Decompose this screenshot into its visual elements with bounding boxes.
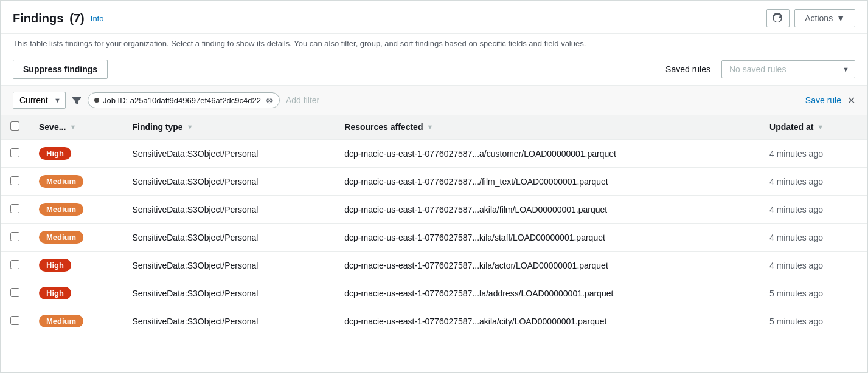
row-finding-type-cell: SensitiveData:S3Object/Personal: [122, 139, 335, 168]
row-checkbox-cell: [1, 307, 29, 335]
row-checkbox[interactable]: [10, 232, 19, 241]
row-resources-cell: dcp-macie-us-east-1-0776027587...la/addr…: [335, 279, 760, 307]
saved-rules-label: Saved rules: [665, 64, 710, 74]
table-row: HighSensitiveData:S3Object/Personaldcp-m…: [1, 252, 867, 279]
row-updated-at-cell: 4 minutes ago: [760, 224, 867, 252]
row-finding-type-cell: SensitiveData:S3Object/Personal: [122, 196, 335, 224]
th-updated-at-label: Updated at: [769, 122, 813, 132]
toolbar-left: Suppress findings: [13, 60, 108, 79]
row-checkbox[interactable]: [10, 260, 19, 269]
add-filter-button[interactable]: Add filter: [286, 95, 319, 105]
resources-sort-icon[interactable]: ▼: [426, 123, 433, 131]
select-all-checkbox[interactable]: [10, 121, 19, 131]
row-checkbox[interactable]: [10, 204, 19, 213]
row-checkbox[interactable]: [10, 176, 19, 185]
row-severity-cell: Medium: [29, 196, 122, 224]
filter-bar: Current Job ID: a25a10daff9d49697ef46af2…: [1, 86, 867, 115]
finding-type-sort-icon[interactable]: ▼: [187, 123, 193, 131]
suppress-findings-button[interactable]: Suppress findings: [13, 60, 108, 79]
severity-badge: High: [39, 147, 71, 160]
filter-dot-icon: [94, 98, 99, 103]
th-severity: Seve... ▼: [29, 115, 122, 139]
toolbar-right: Saved rules No saved rules: [665, 60, 855, 78]
row-updated-at-cell: 4 minutes ago: [760, 252, 867, 279]
table-row: MediumSensitiveData:S3Object/Personaldcp…: [1, 196, 867, 224]
th-updated-at: Updated at ▼: [760, 115, 867, 139]
row-severity-cell: Medium: [29, 224, 122, 252]
row-finding-type-cell: SensitiveData:S3Object/Personal: [122, 252, 335, 279]
table-row: MediumSensitiveData:S3Object/Personaldcp…: [1, 307, 867, 335]
row-finding-type-cell: SensitiveData:S3Object/Personal: [122, 307, 335, 335]
severity-badge: Medium: [39, 231, 83, 244]
severity-badge: High: [39, 287, 71, 299]
filter-tag: Job ID: a25a10daff9d49697ef46af2dc9c4d22…: [88, 92, 280, 108]
row-severity-cell: Medium: [29, 307, 122, 335]
current-select-wrapper: Current: [13, 92, 66, 109]
table-body: HighSensitiveData:S3Object/Personaldcp-m…: [1, 139, 867, 335]
row-checkbox-cell: [1, 196, 29, 224]
row-severity-cell: Medium: [29, 168, 122, 196]
filter-icon: [72, 95, 82, 105]
th-finding-type: Finding type ▼: [122, 115, 335, 139]
table-row: HighSensitiveData:S3Object/Personaldcp-m…: [1, 139, 867, 168]
row-resources-cell: dcp-macie-us-east-1-0776027587...akila/c…: [335, 307, 760, 335]
row-checkbox-cell: [1, 168, 29, 196]
th-severity-label: Seve...: [39, 122, 66, 132]
filter-close-button[interactable]: ✕: [847, 95, 855, 106]
header-right: Actions ▼: [766, 9, 855, 27]
table-header-row: Seve... ▼ Finding type ▼ Resources affec…: [1, 115, 867, 139]
findings-count: (7): [69, 12, 84, 26]
row-checkbox-cell: [1, 252, 29, 279]
table-row: HighSensitiveData:S3Object/Personaldcp-m…: [1, 279, 867, 307]
header-left: Findings (7) Info: [13, 12, 103, 26]
row-resources-cell: dcp-macie-us-east-1-0776027587.../film_t…: [335, 168, 760, 196]
row-resources-cell: dcp-macie-us-east-1-0776027587...kila/st…: [335, 224, 760, 252]
page-title: Findings: [13, 12, 63, 26]
row-resources-cell: dcp-macie-us-east-1-0776027587...akila/f…: [335, 196, 760, 224]
save-rule-link[interactable]: Save rule: [805, 95, 841, 105]
info-link[interactable]: Info: [91, 14, 104, 23]
filter-clear-button[interactable]: ⊗: [266, 95, 273, 105]
row-updated-at-cell: 4 minutes ago: [760, 139, 867, 168]
refresh-button[interactable]: [766, 9, 790, 27]
refresh-icon: [773, 13, 783, 23]
severity-sort-icon[interactable]: ▼: [69, 123, 76, 131]
row-resources-cell: dcp-macie-us-east-1-0776027587...kila/ac…: [335, 252, 760, 279]
row-updated-at-cell: 5 minutes ago: [760, 279, 867, 307]
filter-tag-text: Job ID: a25a10daff9d49697ef46af2dc9c4d22: [103, 96, 261, 105]
page-container: Findings (7) Info Actions ▼ This table l…: [0, 0, 868, 373]
row-updated-at-cell: 4 minutes ago: [760, 168, 867, 196]
filter-bar-right: Save rule ✕: [805, 95, 855, 106]
severity-badge: Medium: [39, 175, 83, 188]
row-checkbox[interactable]: [10, 148, 19, 157]
table-row: MediumSensitiveData:S3Object/Personaldcp…: [1, 224, 867, 252]
saved-rules-select[interactable]: No saved rules: [721, 60, 855, 78]
current-select[interactable]: Current: [13, 92, 66, 109]
severity-badge: Medium: [39, 203, 83, 216]
th-finding-type-label: Finding type: [132, 122, 182, 132]
findings-table: Seve... ▼ Finding type ▼ Resources affec…: [1, 115, 867, 335]
updated-at-sort-icon[interactable]: ▼: [817, 123, 824, 131]
severity-badge: High: [39, 259, 71, 272]
row-checkbox-cell: [1, 139, 29, 168]
row-severity-cell: High: [29, 279, 122, 307]
row-severity-cell: High: [29, 252, 122, 279]
actions-button[interactable]: Actions ▼: [794, 9, 855, 27]
severity-badge: Medium: [39, 315, 83, 327]
row-finding-type-cell: SensitiveData:S3Object/Personal: [122, 224, 335, 252]
row-checkbox[interactable]: [10, 316, 19, 325]
row-severity-cell: High: [29, 139, 122, 168]
row-resources-cell: dcp-macie-us-east-1-0776027587...a/custo…: [335, 139, 760, 168]
th-select-all: [1, 115, 29, 139]
findings-table-container: Seve... ▼ Finding type ▼ Resources affec…: [1, 115, 867, 335]
row-finding-type-cell: SensitiveData:S3Object/Personal: [122, 168, 335, 196]
row-finding-type-cell: SensitiveData:S3Object/Personal: [122, 279, 335, 307]
row-checkbox[interactable]: [10, 288, 19, 297]
row-checkbox-cell: [1, 279, 29, 307]
th-resources-affected-label: Resources affected: [344, 122, 423, 132]
row-updated-at-cell: 5 minutes ago: [760, 307, 867, 335]
page-header: Findings (7) Info Actions ▼: [1, 1, 867, 34]
saved-rules-wrapper: No saved rules: [721, 60, 855, 78]
actions-chevron-icon: ▼: [836, 13, 845, 23]
row-checkbox-cell: [1, 224, 29, 252]
